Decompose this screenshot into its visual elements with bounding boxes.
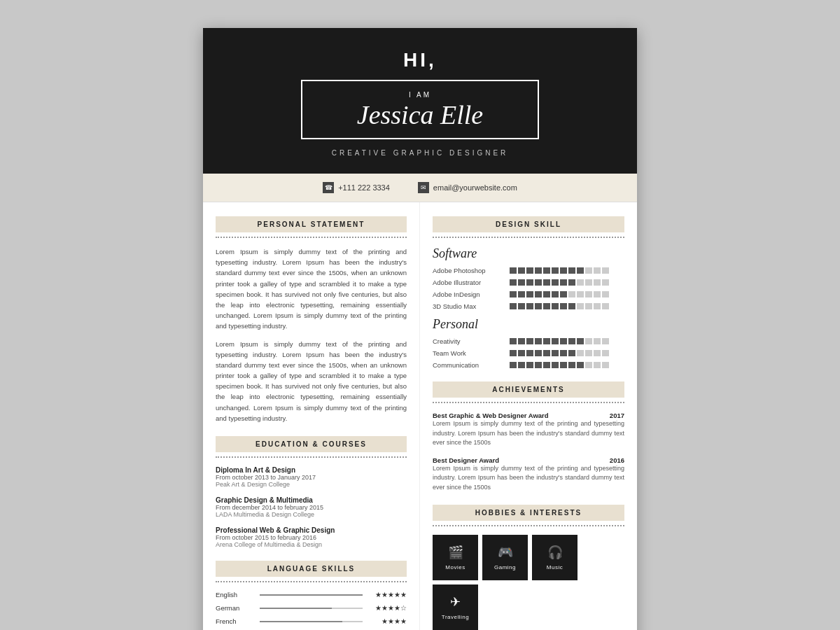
skill-block-filled — [560, 338, 567, 344]
hobby-label: Travelling — [442, 614, 469, 620]
skill-block-empty — [602, 279, 609, 286]
skill-block-filled — [510, 303, 517, 309]
skill-block-filled — [535, 279, 542, 286]
education-title: EDUCATION & COURSES — [216, 436, 407, 452]
edu-item-date: From december 2014 to february 2015 — [216, 504, 407, 511]
language-item: French ★★★★ — [216, 617, 407, 625]
education-section: EDUCATION & COURSES Diploma In Art & Des… — [216, 436, 407, 548]
skill-block-empty — [568, 291, 575, 298]
skill-block-filled — [535, 267, 542, 274]
edu-item-title: Diploma In Art & Design — [216, 466, 407, 474]
hobby-label: Gaming — [494, 564, 516, 570]
edu-item-school: LADA Multimedia & Design College — [216, 511, 407, 518]
i-am-text: I AM — [330, 91, 510, 99]
skill-block-filled — [560, 279, 567, 286]
email-address: email@yourwebsite.com — [433, 183, 517, 192]
skill-block-empty — [602, 303, 609, 309]
skill-block-empty — [594, 362, 601, 368]
education-item: Professional Web & Graphic Design From o… — [216, 526, 407, 548]
skill-block-filled — [526, 267, 533, 274]
section-divider — [433, 525, 624, 526]
achievement-header: Best Graphic & Web Designer Award 2017 — [433, 412, 624, 419]
skill-block-empty — [585, 291, 592, 298]
skill-block-filled — [543, 362, 550, 368]
skill-block-empty — [585, 303, 592, 309]
skill-name: 3D Studio Max — [433, 302, 510, 310]
education-items: Diploma In Art & Design From october 201… — [216, 466, 407, 548]
skill-block-empty — [585, 279, 592, 286]
lang-stars: ★★★★☆ — [368, 604, 407, 612]
skill-block-filled — [552, 303, 559, 309]
skill-block-filled — [518, 279, 525, 286]
lang-bar — [260, 608, 363, 609]
language-item: German ★★★★☆ — [216, 604, 407, 612]
resume-document: HI, I AM Jessica Elle CREATIVE GRAPHIC D… — [203, 28, 637, 630]
skill-block-filled — [526, 291, 533, 298]
achievement-text: Lorem Ipsum is simply dummy text of the … — [433, 464, 624, 493]
personal-label: Personal — [433, 317, 624, 332]
skill-block-empty — [585, 338, 592, 344]
skill-blocks — [510, 303, 609, 309]
skill-block-filled — [510, 291, 517, 298]
hobby-label: Music — [547, 564, 563, 570]
skill-block-filled — [543, 338, 550, 344]
skill-block-filled — [526, 338, 533, 344]
skill-block-empty — [602, 267, 609, 274]
achievements-section: ACHIEVEMENTS Best Graphic & Web Designer… — [433, 382, 624, 492]
personal-statement-section: PERSONAL STATEMENT Lorem Ipsum is simply… — [216, 216, 407, 424]
achievement-text: Lorem Ipsum is simply dummy text of the … — [433, 419, 624, 448]
skill-blocks — [510, 350, 609, 356]
personal-statement-title: PERSONAL STATEMENT — [216, 216, 407, 232]
skill-item: Adobe InDesign — [433, 290, 624, 298]
contact-bar: ☎ +111 222 3334 ✉ email@yourwebsite.com — [203, 174, 637, 202]
skill-block-filled — [510, 350, 517, 356]
skill-name: Adobe Illustrator — [433, 279, 510, 286]
personal-skills-list: Creativity Team Work Communication — [433, 337, 624, 369]
achievements-title: ACHIEVEMENTS — [433, 382, 624, 398]
skill-item: Communication — [433, 361, 624, 369]
language-title: LANGUAGE SKILLS — [216, 561, 407, 577]
skill-name: Communication — [433, 361, 510, 369]
skill-block-filled — [577, 267, 584, 274]
skill-block-filled — [568, 362, 575, 368]
skill-block-filled — [568, 267, 575, 274]
language-section: LANGUAGE SKILLS English ★★★★★ German ★★★… — [216, 561, 407, 625]
skill-item: 3D Studio Max — [433, 302, 624, 310]
skill-item: Adobe Photoshop — [433, 267, 624, 274]
hobby-icon: 🎮 — [498, 545, 513, 560]
skill-block-empty — [585, 362, 592, 368]
skill-block-filled — [526, 350, 533, 356]
skill-block-filled — [568, 350, 575, 356]
skill-block-filled — [510, 267, 517, 274]
skill-name: Adobe Photoshop — [433, 267, 510, 274]
hobby-icon: ✈ — [450, 594, 461, 610]
edu-item-date: From october 2013 to January 2017 — [216, 474, 407, 481]
skill-block-filled — [552, 362, 559, 368]
section-divider — [216, 456, 407, 458]
skill-block-filled — [510, 362, 517, 368]
skill-block-filled — [535, 291, 542, 298]
hobby-icon: 🎬 — [448, 545, 463, 560]
skill-block-filled — [535, 338, 542, 344]
skill-blocks — [510, 338, 609, 344]
skill-block-empty — [577, 350, 584, 356]
statement-paragraph-2: Lorem Ipsum is simply dummy text of the … — [216, 339, 407, 424]
skill-block-filled — [535, 350, 542, 356]
skill-block-empty — [602, 362, 609, 368]
skill-block-filled — [577, 338, 584, 344]
skill-block-filled — [543, 291, 550, 298]
lang-bar-fill — [260, 621, 342, 622]
skill-block-filled — [560, 350, 567, 356]
skill-block-filled — [510, 338, 517, 344]
statement-paragraph-1: Lorem Ipsum is simply dummy text of the … — [216, 246, 407, 332]
skill-block-empty — [594, 350, 601, 356]
resume-header: HI, I AM Jessica Elle CREATIVE GRAPHIC D… — [203, 28, 637, 174]
skill-block-filled — [552, 291, 559, 298]
skill-block-filled — [552, 350, 559, 356]
language-items: English ★★★★★ German ★★★★☆ French ★★★★ — [216, 591, 407, 625]
skill-block-empty — [594, 267, 601, 274]
skill-block-empty — [602, 338, 609, 344]
skill-block-filled — [543, 279, 550, 286]
edu-item-date: From october 2015 to february 2016 — [216, 534, 407, 541]
hobby-icon: 🎧 — [547, 545, 563, 560]
